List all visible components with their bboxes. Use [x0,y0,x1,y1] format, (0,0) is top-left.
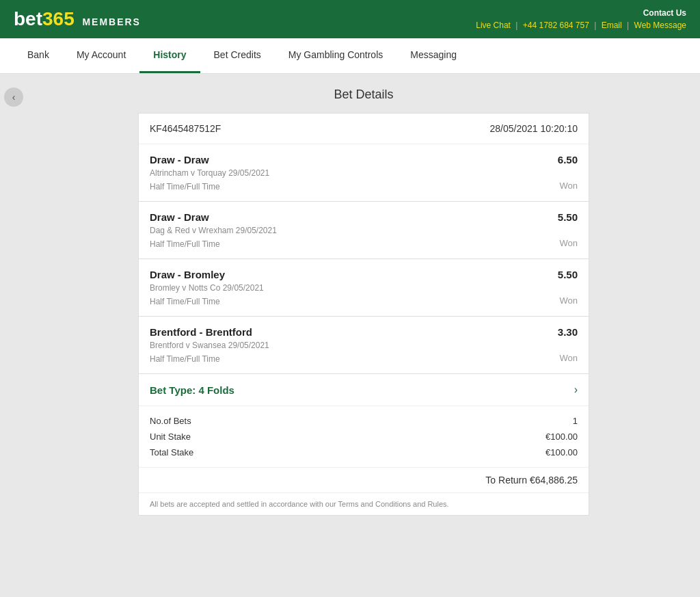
selection-odds-2: 5.50 [558,269,578,280]
selection-result-0: Won [560,181,578,191]
selection-name-2: Draw - Bromley [150,269,225,280]
unit-stake-label: Unit Stake [150,432,191,442]
selection-details-0: Altrincham v Torquay 29/05/2021 [150,168,578,178]
selection-market-2: Half Time/Full Time [150,297,220,306]
chevron-right-icon: › [574,384,578,396]
summary-row-total-stake: Total Stake €100.00 [150,445,578,460]
selection-name-0: Draw - Draw [150,154,209,165]
bet-selections: Draw - Draw 6.50 Altrincham v Torquay 29… [139,144,589,374]
selection-details-2: Bromley v Notts Co 29/05/2021 [150,283,578,293]
bet-id: KF4645487512F [150,123,221,134]
selection-odds-0: 6.50 [558,154,578,165]
bet-selection-2: Draw - Bromley 5.50 Bromley v Notts Co 2… [139,259,589,317]
web-message-link[interactable]: Web Message [634,21,686,30]
bet-type-bar[interactable]: Bet Type: 4 Folds › [139,374,589,406]
selection-market-1: Half Time/Full Time [150,239,220,249]
nav: Bank My Account History Bet Credits My G… [0,38,700,74]
selection-details-1: Dag & Red v Wrexham 29/05/2021 [150,226,578,235]
summary-row-unit-stake: Unit Stake €100.00 [150,429,578,445]
unit-stake-value: €100.00 [546,432,578,442]
phone-link[interactable]: +44 1782 684 757 [523,21,589,30]
selection-details-3: Brentford v Swansea 29/05/2021 [150,341,578,350]
bet-card: KF4645487512F 28/05/2021 10:20:10 Draw -… [138,113,589,516]
page-title: Bet Details [41,88,686,102]
total-stake-value: €100.00 [546,447,578,457]
nav-messaging[interactable]: Messaging [396,38,470,73]
contact-title: Contact Us [476,8,686,18]
separator-1: | [515,21,517,30]
nav-history[interactable]: History [139,38,200,73]
separator-3: | [627,21,629,30]
selection-odds-1: 5.50 [558,211,578,223]
email-link[interactable]: Email [602,21,622,30]
total-stake-label: Total Stake [150,447,193,457]
summary-row-bets: No.of Bets 1 [150,413,578,429]
back-arrow-icon: ‹ [12,92,16,103]
nav-my-account[interactable]: My Account [63,38,139,73]
bet-selection-3: Brentford - Brentford 3.30 Brentford v S… [139,317,589,374]
selection-odds-3: 3.30 [558,326,578,338]
nav-bank[interactable]: Bank [14,38,63,73]
selection-name-1: Draw - Draw [150,211,209,223]
header: bet365 MEMBERS Contact Us Live Chat | +4… [0,0,700,38]
logo-bet: bet [14,8,42,29]
logo-text: bet365 MEMBERS [14,8,141,30]
bet-type-label: Bet Type: 4 Folds [150,384,234,396]
page: ‹ Bet Details KF4645487512F 28/05/2021 1… [0,74,700,596]
sidebar: ‹ [0,74,27,596]
separator-2: | [594,21,596,30]
live-chat-link[interactable]: Live Chat [476,21,511,30]
selection-result-3: Won [560,353,578,363]
contact-links: Live Chat | +44 1782 684 757 | Email | W… [476,21,686,30]
footer-note: All bets are accepted and settled in acc… [150,500,449,508]
selection-name-3: Brentford - Brentford [150,326,252,338]
nav-gambling-controls[interactable]: My Gambling Controls [275,38,397,73]
bet-header: KF4645487512F 28/05/2021 10:20:10 [139,114,589,144]
bet-footer: All bets are accepted and settled in acc… [139,493,589,515]
return-row: To Return €64,886.25 [139,468,589,493]
bet-selection-0: Draw - Draw 6.50 Altrincham v Torquay 29… [139,144,589,202]
logo-365: 365 [42,8,75,29]
logo: bet365 MEMBERS [14,8,141,30]
no-of-bets-label: No.of Bets [150,416,191,426]
to-return-value: To Return €64,886.25 [485,475,578,486]
selection-market-0: Half Time/Full Time [150,182,220,191]
selection-result-2: Won [560,295,578,306]
logo-members: MEMBERS [82,16,141,27]
back-button[interactable]: ‹ [4,88,23,107]
bet-selection-1: Draw - Draw 5.50 Dag & Red v Wrexham 29/… [139,202,589,259]
selection-market-3: Half Time/Full Time [150,354,220,364]
contact-info: Contact Us Live Chat | +44 1782 684 757 … [476,8,686,30]
no-of-bets-value: 1 [573,416,578,426]
main-content: Bet Details KF4645487512F 28/05/2021 10:… [27,74,700,596]
bet-datetime: 28/05/2021 10:20:10 [490,123,578,134]
nav-bet-credits[interactable]: Bet Credits [200,38,275,73]
bet-summary: No.of Bets 1 Unit Stake €100.00 Total St… [139,406,589,468]
selection-result-1: Won [560,238,578,248]
